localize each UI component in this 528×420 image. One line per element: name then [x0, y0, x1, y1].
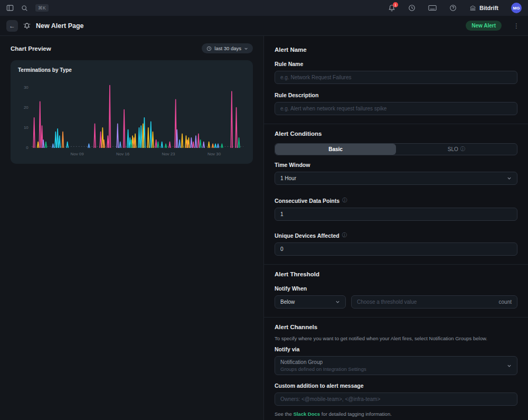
kebab-menu-icon[interactable]: ⋮	[511, 22, 522, 30]
time-range-label: last 30 days	[214, 45, 241, 51]
keyboard-shortcuts-icon[interactable]	[428, 4, 437, 12]
threshold-unit: count	[499, 299, 512, 305]
alert-bell-icon	[23, 22, 31, 30]
clock-icon	[206, 46, 212, 51]
org-name: Bitdrift	[479, 5, 498, 11]
unique-devices-label: Unique Devices Affected ⓘ	[275, 232, 517, 239]
section-alert-channels: Alert Channels	[275, 324, 517, 330]
time-window-label: Time Window	[275, 162, 517, 168]
time-window-select[interactable]: 1 Hour	[275, 172, 517, 185]
org-building-icon	[469, 5, 476, 12]
svg-text:20: 20	[24, 105, 29, 110]
threshold-operator-select[interactable]: Below	[275, 295, 346, 309]
user-avatar[interactable]: MG	[511, 3, 522, 13]
section-alert-conditions: Alert Conditions	[275, 130, 517, 137]
notification-group-subtitle: Groups defined on Integration Settings	[280, 366, 366, 372]
chevron-down-icon	[507, 176, 512, 181]
condition-type-tabs: Basic SLO ⓘ	[275, 143, 517, 155]
svg-text:Nov 23: Nov 23	[162, 152, 176, 156]
rule-name-input[interactable]	[275, 71, 517, 84]
custom-message-label: Custom addition to alert message	[275, 382, 517, 389]
back-button[interactable]: ←	[6, 20, 18, 32]
svg-text:Nov 16: Nov 16	[116, 152, 130, 156]
alert-form: Alert Name Rule Name Rule Description Al…	[264, 36, 528, 420]
svg-text:0: 0	[26, 145, 29, 150]
unique-devices-info-icon[interactable]: ⓘ	[342, 232, 347, 239]
threshold-value-input[interactable]	[357, 299, 495, 305]
chart-preview-title: Chart Preview	[11, 45, 51, 52]
history-clock-icon[interactable]	[408, 4, 416, 12]
terminations-chart: 0102030Nov 09Nov 16Nov 23Nov 30	[18, 77, 248, 157]
svg-text:10: 10	[24, 125, 29, 130]
slo-info-icon: ⓘ	[460, 146, 466, 153]
new-alert-button[interactable]: New Alert	[466, 21, 502, 31]
alert-channels-description: To specify where you want to get notifie…	[275, 335, 517, 341]
rule-description-input[interactable]	[275, 102, 517, 115]
top-bar: ⌘K 1	[0, 0, 528, 16]
threshold-value-field: count	[351, 295, 517, 309]
chart-title: Terminations by Type	[18, 67, 248, 73]
section-alert-threshold: Alert Threshold	[275, 271, 517, 277]
consecutive-points-label: Consecutive Data Points ⓘ	[275, 197, 517, 204]
tab-slo[interactable]: SLO ⓘ	[396, 144, 517, 155]
svg-text:30: 30	[24, 85, 29, 90]
notification-group-select[interactable]: Notification Group Groups defined on Int…	[275, 356, 517, 375]
consecutive-points-input[interactable]	[275, 208, 517, 221]
divider	[264, 124, 528, 124]
help-icon[interactable]	[449, 4, 457, 12]
tab-basic[interactable]: Basic	[275, 144, 396, 155]
time-range-dropdown[interactable]: last 30 days	[202, 43, 253, 53]
svg-text:Nov 30: Nov 30	[208, 152, 221, 156]
chevron-down-icon	[507, 363, 512, 368]
notification-group-title: Notification Group	[280, 359, 366, 365]
consecutive-points-info-icon[interactable]: ⓘ	[342, 197, 347, 204]
custom-message-input[interactable]	[275, 393, 517, 406]
search-shortcut-chip[interactable]: ⌘K	[35, 4, 49, 12]
sidebar-toggle-icon[interactable]	[6, 4, 14, 12]
docs-hint: See the Slack Docs for detailed tagging …	[275, 411, 517, 417]
chart-card: Terminations by Type 0102030Nov 09Nov 16…	[11, 60, 253, 164]
notifications-bell-icon[interactable]: 1	[388, 4, 395, 12]
notify-via-label: Notify via	[275, 346, 517, 352]
notification-badge: 1	[393, 2, 398, 7]
svg-text:Nov 09: Nov 09	[71, 152, 84, 156]
chevron-down-icon	[335, 300, 340, 304]
page-title: New Alert Page	[36, 22, 84, 30]
notify-when-label: Notify When	[275, 285, 517, 292]
org-switcher[interactable]: Bitdrift	[469, 5, 498, 12]
search-icon[interactable]	[21, 5, 28, 12]
page-header: ← New Alert Page New Alert ⋮	[0, 16, 528, 36]
unique-devices-input[interactable]	[275, 242, 517, 256]
section-alert-name: Alert Name	[275, 46, 517, 53]
divider	[264, 264, 528, 265]
rule-description-label: Rule Description	[275, 92, 517, 98]
divider	[264, 317, 528, 318]
chevron-down-icon	[244, 46, 248, 51]
rule-name-label: Rule Name	[275, 61, 517, 67]
chart-preview-panel: Chart Preview last 30 days Terminations …	[0, 36, 264, 420]
slack-docs-link[interactable]: Slack Docs	[293, 411, 320, 417]
